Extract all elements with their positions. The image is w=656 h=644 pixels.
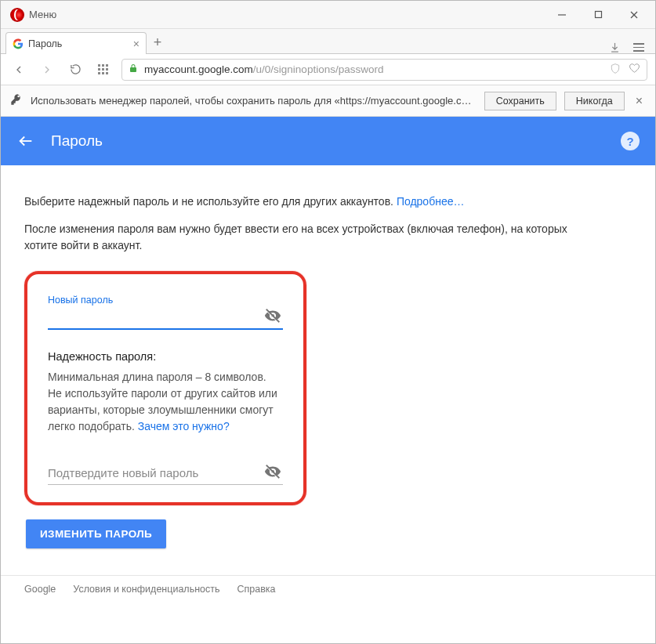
svg-rect-10 xyxy=(98,72,100,74)
address-url: myaccount.google.com/u/0/signinoptions/p… xyxy=(144,63,383,75)
nav-toolbar: myaccount.google.com/u/0/signinoptions/p… xyxy=(1,54,655,85)
tab-title: Пароль xyxy=(28,38,62,49)
nav-reload-button[interactable] xyxy=(65,60,85,80)
new-tab-button[interactable]: + xyxy=(147,31,169,53)
svg-rect-11 xyxy=(102,72,104,74)
tabstrip: Пароль × + xyxy=(1,29,655,54)
help-button[interactable]: ? xyxy=(621,132,640,150)
svg-rect-8 xyxy=(102,68,104,71)
strength-title: Надежность пароля: xyxy=(48,350,283,363)
window-close-button[interactable] xyxy=(616,2,652,27)
new-password-label: Новый пароль xyxy=(48,295,283,306)
window-titlebar: Меню xyxy=(1,1,655,29)
svg-rect-4 xyxy=(98,64,100,67)
confirm-password-field xyxy=(48,461,283,485)
window-minimize-button[interactable] xyxy=(544,2,580,27)
page-header: Пароль ? xyxy=(1,117,655,165)
svg-rect-5 xyxy=(102,64,104,67)
shield-icon[interactable] xyxy=(610,63,621,77)
new-password-input[interactable] xyxy=(48,307,263,327)
strength-body: Минимальная длина пароля – 8 символов. Н… xyxy=(48,369,283,435)
speed-dial-button[interactable] xyxy=(93,60,114,80)
browser-window: Меню Пароль xyxy=(0,0,656,644)
key-icon xyxy=(10,93,23,108)
google-g-favicon xyxy=(13,38,24,49)
heart-icon[interactable] xyxy=(629,63,640,76)
svg-rect-9 xyxy=(106,68,108,71)
new-password-field: Новый пароль xyxy=(48,295,283,330)
footer-brand[interactable]: Google xyxy=(24,584,56,595)
footer-terms[interactable]: Условия и конфиденциальность xyxy=(73,584,219,595)
address-path: /u/0/signinoptions/password xyxy=(253,63,384,75)
menu-label: Меню xyxy=(29,9,56,20)
learn-more-link[interactable]: Подробнее… xyxy=(397,195,465,208)
intro-line1-text: Выберите надежный пароль и не используйт… xyxy=(24,195,397,208)
intro-line1: Выберите надежный пароль и не используйт… xyxy=(24,194,589,210)
svg-rect-7 xyxy=(98,68,100,71)
nav-forward-button[interactable] xyxy=(37,60,57,80)
address-bar[interactable]: myaccount.google.com/u/0/signinoptions/p… xyxy=(121,59,647,81)
active-tab[interactable]: Пароль × xyxy=(5,32,147,54)
header-back-button[interactable] xyxy=(16,132,35,150)
opera-menu-button[interactable]: Меню xyxy=(4,5,63,25)
opera-icon xyxy=(10,8,24,22)
never-save-button[interactable]: Никогда xyxy=(564,92,625,110)
save-password-button[interactable]: Сохранить xyxy=(484,92,556,110)
save-bar-close-button[interactable]: × xyxy=(632,94,646,108)
save-bar-text: Использовать менеджер паролей, чтобы сох… xyxy=(31,95,477,107)
lock-icon xyxy=(129,63,138,76)
svg-rect-1 xyxy=(595,12,601,18)
password-save-bar: Использовать менеджер паролей, чтобы сох… xyxy=(1,85,655,117)
tab-menu-icon[interactable] xyxy=(633,43,644,52)
footer-help[interactable]: Справка xyxy=(237,584,276,595)
page-footer: Google Условия и конфиденциальность Спра… xyxy=(1,575,655,602)
page-title: Пароль xyxy=(51,132,103,150)
content-area: Выберите надежный пароль и не используйт… xyxy=(1,165,655,643)
svg-rect-6 xyxy=(106,64,108,67)
password-form-card: Новый пароль Надежность пароля: Минималь… xyxy=(24,271,306,505)
toggle-visibility-icon[interactable] xyxy=(263,307,283,327)
download-icon[interactable] xyxy=(609,42,621,53)
window-maximize-button[interactable] xyxy=(580,2,616,27)
toggle-visibility-icon[interactable] xyxy=(263,463,283,483)
nav-back-button[interactable] xyxy=(9,60,29,80)
window-controls xyxy=(544,2,652,27)
svg-rect-12 xyxy=(106,72,108,74)
change-password-button[interactable]: ИЗМЕНИТЬ ПАРОЛЬ xyxy=(26,519,166,548)
confirm-password-input[interactable] xyxy=(48,463,263,483)
tab-close-button[interactable]: × xyxy=(133,38,140,49)
address-host: myaccount.google.com xyxy=(144,63,253,75)
intro-line2: После изменения пароля вам нужно будет в… xyxy=(24,221,589,254)
why-link[interactable]: Зачем это нужно? xyxy=(138,420,230,432)
